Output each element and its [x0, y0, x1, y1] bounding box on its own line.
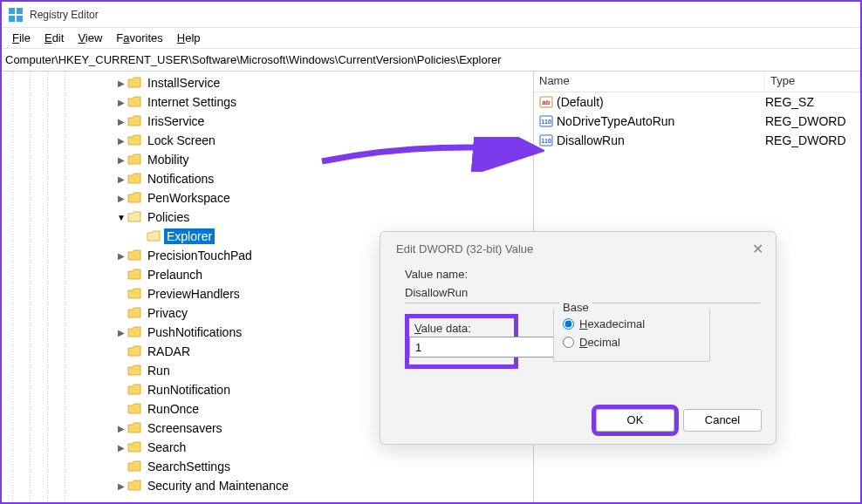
- tree-item-label: PrecisionTouchPad: [145, 248, 255, 263]
- base-label: Base: [559, 301, 592, 314]
- value-type: REG_DWORD: [765, 114, 860, 128]
- address-input[interactable]: [5, 53, 857, 66]
- address-bar[interactable]: [2, 49, 860, 72]
- tree-item-label: InstallService: [145, 75, 222, 91]
- tree-item-label: Policies: [145, 209, 192, 225]
- svg-rect-0: [9, 8, 15, 14]
- menu-view[interactable]: View: [72, 30, 107, 46]
- caret-icon[interactable]: ▶: [115, 328, 127, 337]
- tree-item-label: RunNotification: [145, 382, 233, 398]
- tree-item-label: Prelaunch: [145, 267, 205, 283]
- value-name-label: Value name:: [405, 268, 760, 281]
- caret-icon[interactable]: ▶: [115, 174, 127, 184]
- list-row[interactable]: 110NoDriveTypeAutoRunREG_DWORD: [534, 112, 860, 131]
- tree-item[interactable]: ▶Mobility: [2, 150, 533, 169]
- tree-item-label: IrisService: [145, 113, 207, 129]
- tree-item[interactable]: ▶Notifications: [2, 169, 533, 188]
- tree-item[interactable]: ▶PenWorkspace: [2, 188, 533, 208]
- list-row[interactable]: 110DisallowRunREG_DWORD: [534, 131, 860, 150]
- tree-item-label: Explorer: [164, 228, 215, 244]
- value-name: NoDriveTypeAutoRun: [557, 114, 765, 128]
- caret-icon[interactable]: ▶: [115, 443, 127, 453]
- radio-hex[interactable]: [563, 318, 574, 330]
- base-group: Base Hexadecimal Decimal: [553, 309, 710, 362]
- caret-icon[interactable]: ▶: [115, 481, 127, 491]
- radio-hex-label: Hexadecimal: [579, 317, 645, 330]
- menu-help[interactable]: Help: [172, 30, 206, 46]
- close-icon[interactable]: ✕: [752, 241, 763, 257]
- menu-favorites[interactable]: Favorites: [111, 30, 168, 46]
- cancel-button[interactable]: Cancel: [683, 409, 762, 432]
- caret-icon[interactable]: ▶: [115, 98, 127, 107]
- list-header[interactable]: Name Type: [534, 72, 860, 92]
- tree-item-label: RADAR: [145, 344, 193, 359]
- value-type: REG_SZ: [765, 95, 860, 109]
- tree-item-label: Privacy: [145, 305, 190, 321]
- caret-icon[interactable]: ▶: [115, 117, 127, 126]
- caret-icon[interactable]: ▶: [115, 251, 127, 261]
- tree-item-label: Lock Screen: [145, 133, 218, 148]
- menu-edit[interactable]: Edit: [39, 30, 69, 46]
- tree-item-label: PreviewHandlers: [145, 286, 243, 302]
- svg-rect-1: [17, 8, 23, 14]
- value-type: REG_DWORD: [765, 133, 860, 147]
- col-name[interactable]: Name: [534, 72, 765, 92]
- dialog-title: Edit DWORD (32-bit) Value: [396, 242, 533, 255]
- caret-icon[interactable]: ▶: [115, 424, 127, 433]
- ok-button[interactable]: OK: [596, 409, 674, 432]
- value-data-label: Value data:: [414, 322, 509, 335]
- tree-item-label: Mobility: [145, 152, 191, 167]
- radio-dec[interactable]: [563, 337, 574, 348]
- tree-item[interactable]: ▶InstallService: [2, 73, 533, 92]
- tree-item-label: Search: [145, 439, 188, 455]
- caret-icon[interactable]: ▶: [115, 78, 127, 88]
- svg-rect-2: [9, 16, 15, 22]
- menubar[interactable]: File Edit View Favorites Help: [2, 28, 860, 49]
- regedit-icon: [9, 8, 23, 22]
- caret-icon[interactable]: ▶: [115, 194, 127, 203]
- tree-item-label: Internet Settings: [145, 94, 239, 110]
- tree-item[interactable]: ▶Lock Screen: [2, 131, 533, 150]
- tree-item-label: PushNotifications: [145, 324, 244, 340]
- titlebar: Registry Editor: [2, 2, 860, 28]
- tree-item[interactable]: ▶Internet Settings: [2, 92, 533, 112]
- tree-item[interactable]: ▶Security and Maintenance: [2, 476, 533, 495]
- tree-item[interactable]: SearchSettings: [2, 457, 533, 476]
- caret-icon[interactable]: ▼: [115, 213, 127, 222]
- caret-icon[interactable]: ▶: [115, 155, 127, 165]
- svg-rect-3: [17, 16, 23, 22]
- tree-item-label: Run: [145, 363, 173, 378]
- col-type[interactable]: Type: [765, 72, 860, 92]
- value-name: (Default): [557, 95, 765, 109]
- svg-text:110: 110: [541, 119, 551, 125]
- menu-file[interactable]: File: [7, 30, 36, 46]
- value-name: DisallowRun: [557, 133, 765, 147]
- tree-item[interactable]: ▼Policies: [2, 208, 533, 227]
- tree-item-label: SearchSettings: [145, 459, 233, 474]
- list-row[interactable]: ab(Default)REG_SZ: [534, 92, 860, 112]
- svg-text:110: 110: [541, 138, 551, 144]
- tree-item-label: PenWorkspace: [145, 190, 233, 206]
- tree-item[interactable]: ▶IrisService: [2, 112, 533, 131]
- window-title: Registry Editor: [30, 9, 99, 21]
- tree-item-label: Notifications: [145, 171, 216, 187]
- edit-dword-dialog: Edit DWORD (32-bit) Value ✕ Value name: …: [380, 231, 776, 445]
- tree-item-label: Screensavers: [145, 420, 225, 436]
- tree-item-label: RunOnce: [145, 401, 202, 417]
- radio-dec-label: Decimal: [579, 336, 620, 349]
- tree-item-label: Security and Maintenance: [145, 478, 291, 494]
- svg-text:ab: ab: [542, 99, 550, 106]
- caret-icon[interactable]: ▶: [115, 136, 127, 146]
